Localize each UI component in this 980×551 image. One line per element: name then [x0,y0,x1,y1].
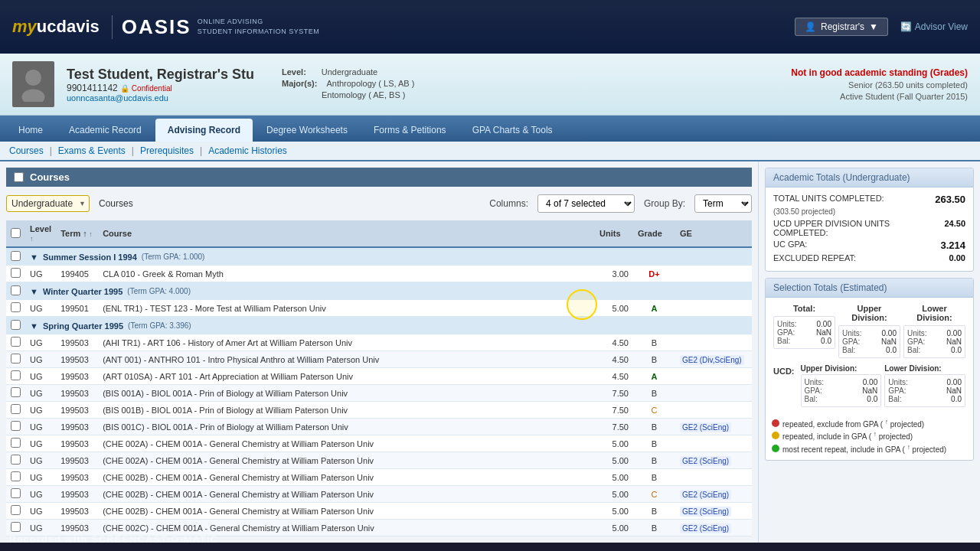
legend-area: repeated, exclude from GPA ( ↑ projected… [766,413,973,460]
row-ge: GE2 (SciEng) [675,503,752,520]
subnav-prerequisites[interactable]: Prerequisites [140,145,194,156]
ucd-upper-value: 24.50 [944,219,965,237]
lower-col: Units:0.00 GPA:NaN Bal:0.0 [903,325,965,358]
advisor-view-link[interactable]: 🔄 Advisor View [900,21,968,32]
excluded-repeat-row: EXCLUDED REPEAT: 0.00 [773,253,965,262]
registrar-button[interactable]: 👤 Registrar's ▼ [795,18,888,36]
row-checkbox[interactable] [11,370,21,380]
row-course: (BIS 001A) - BIOL 001A - Prin of Biology… [98,385,595,402]
ge-label: GE2 (Div,SciEng) [680,355,744,365]
row-checkbox-cell[interactable] [6,334,25,351]
tab-gpa-charts[interactable]: GPA Charts & Tools [460,119,565,142]
row-course: (ENL TR1) - TEST 123 - More Test at Will… [98,300,595,317]
term-checkbox[interactable] [11,251,21,261]
tab-degree-worksheets[interactable]: Degree Worksheets [254,119,360,142]
columns-select[interactable]: 4 of 7 selected [537,194,635,213]
courses-label: Courses [30,171,70,183]
row-checkbox[interactable] [11,471,21,481]
row-units: 5.00 [595,469,633,486]
row-checkbox[interactable] [11,421,21,431]
th-checkbox[interactable] [6,220,25,247]
columns-select-wrapper[interactable]: 4 of 7 selected [537,194,635,213]
legend-dot-yellow [772,432,779,439]
row-ge [675,435,752,452]
row-checkbox-cell[interactable] [6,452,25,469]
ge-label: GE2 (SciEng) [680,523,731,533]
row-level: UG [25,334,56,351]
ucd-lower-div-col: Units:0.00 GPA:NaN Bal:0.0 [884,374,965,407]
th-level[interactable]: Level [25,220,56,247]
row-checkbox-cell[interactable] [6,486,25,503]
row-checkbox[interactable] [11,337,21,347]
myucdavis-logo: myucdavis [12,17,100,37]
row-checkbox[interactable] [11,505,21,515]
level-select[interactable]: Undergraduate [6,195,90,212]
row-checkbox[interactable] [11,268,21,278]
header-checkbox[interactable] [11,228,21,238]
row-checkbox[interactable] [11,522,21,532]
groupby-select[interactable]: Term [694,194,752,213]
table-row: UG 199503 (CHE 002B) - CHEM 001A - Gener… [6,469,752,486]
term-checkbox[interactable] [11,285,21,295]
term-checkbox-cell[interactable] [6,317,25,335]
row-course: (ANT 001) - ANTHRO 101 - Intro Physical … [98,351,595,368]
subnav-courses[interactable]: Courses [9,145,44,156]
row-checkbox-cell[interactable] [6,520,25,536]
row-units: 5.00 [595,300,633,317]
row-ge [675,266,752,282]
row-checkbox-cell[interactable] [6,419,25,435]
table-row: UG 199503 (CHE 002B) - CHEM 001A - Gener… [6,503,752,520]
row-checkbox[interactable] [11,354,21,364]
row-course: (CHE 002A) - CHEM 001A - General Chemist… [98,452,595,469]
sub-navigation: Courses | Exams & Events | Prerequisites… [0,142,980,161]
term-checkbox[interactable] [11,320,21,330]
row-checkbox-cell[interactable] [6,435,25,452]
courses-toolbar-label: Courses [99,198,133,209]
row-level: UG [25,385,56,402]
row-checkbox[interactable] [11,488,21,498]
table-row: UG 199501 (ENL TR1) - TEST 123 - More Te… [6,300,752,317]
groupby-select-wrapper[interactable]: Term [694,194,752,213]
row-checkbox-cell[interactable] [6,351,25,368]
term-checkbox-cell[interactable] [6,247,25,266]
row-checkbox[interactable] [11,455,21,465]
row-checkbox-cell[interactable] [6,402,25,419]
term-name: Winter Quarter 1995 [43,287,122,296]
row-ge [675,469,752,486]
row-checkbox[interactable] [11,302,21,312]
row-checkbox-cell[interactable] [6,385,25,402]
my-text: my [12,17,37,36]
subnav-exams[interactable]: Exams & Events [58,145,126,156]
total-col-header: Total: Units:0.00 GPA:NaN Bal:0.0 [773,304,835,358]
row-checkbox-cell[interactable] [6,503,25,520]
term-checkbox-cell[interactable] [6,282,25,301]
row-checkbox-cell[interactable] [6,469,25,486]
row-ge [675,300,752,317]
row-course: (BIS 001B) - BIOL 001A - Prin of Biology… [98,402,595,419]
row-checkbox-cell[interactable] [6,266,25,282]
table-row: UG 199503 (ANT 001) - ANTHRO 101 - Intro… [6,351,752,368]
columns-label: Columns: [489,198,528,209]
row-checkbox[interactable] [11,404,21,414]
student-info-bar: Test Student, Registrar's Stu 9901411142… [0,54,980,116]
row-checkbox-cell[interactable] [6,368,25,385]
tab-academic-record[interactable]: Academic Record [57,119,154,142]
row-checkbox[interactable] [11,387,21,397]
row-checkbox[interactable] [11,438,21,448]
tab-advising-record[interactable]: Advising Record [155,119,253,142]
subnav-academic-histories[interactable]: Academic Histories [208,145,287,156]
row-term: 199503 [56,435,98,452]
upper-col-header: Upper Division: Units:0.00 GPA:NaN Bal:0… [838,304,900,358]
row-checkbox-cell[interactable] [6,300,25,317]
row-units: 7.50 [595,402,633,419]
tab-home[interactable]: Home [6,119,55,142]
th-term[interactable]: Term ↑ [56,220,98,247]
tab-forms-petitions[interactable]: Forms & Petitions [361,119,459,142]
total-units-row: TOTAL UNITS COMPLETED: 263.50 [773,194,965,205]
row-units: 5.00 [595,503,633,520]
selection-totals-header: Selection Totals (Estimated) [766,279,973,298]
table-row: UG 199503 (AHI TR1) - ART 106 - History … [6,334,752,351]
student-email[interactable]: uonncasanta@ucdavis.edu [67,93,254,103]
select-all-checkbox[interactable] [14,172,24,182]
level-select-wrapper[interactable]: Undergraduate [6,195,90,212]
